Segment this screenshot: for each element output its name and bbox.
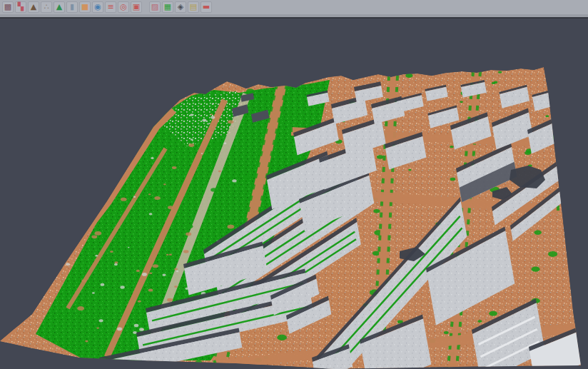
light-speck: [71, 199, 74, 201]
veg-blob: [377, 155, 383, 159]
ground-blob: [131, 147, 133, 148]
ground-blob: [153, 264, 158, 268]
veg-blob: [548, 251, 557, 257]
ground-blob: [69, 162, 71, 164]
ground-blob: [211, 113, 213, 115]
light-speck: [92, 292, 95, 294]
veg-blob: [408, 169, 411, 171]
light-speck: [201, 153, 203, 154]
light-speck: [114, 263, 118, 266]
light-speck: [133, 196, 136, 198]
ground-blob: [123, 158, 127, 161]
ground-blob: [138, 300, 141, 303]
veg-blob: [243, 176, 250, 179]
ground-blob: [136, 123, 141, 126]
globe-icon[interactable]: ◉: [92, 1, 103, 13]
light-speck: [30, 238, 33, 241]
cube-view-icon[interactable]: ▮: [66, 1, 78, 13]
veg-blob: [489, 311, 497, 316]
ground-blob: [63, 165, 69, 168]
select-region-icon[interactable]: ▩: [2, 1, 14, 13]
light-speck: [232, 179, 236, 182]
ground-blob: [95, 231, 102, 236]
veg-blob: [213, 143, 219, 146]
light-speck: [212, 103, 214, 104]
veg-blob: [277, 335, 287, 340]
ground-blob: [228, 120, 233, 123]
registration-icon[interactable]: ▚: [15, 1, 26, 13]
light-speck: [29, 100, 32, 103]
veg-blob: [293, 155, 300, 159]
ground-blob: [93, 130, 98, 133]
ground-blob: [227, 225, 234, 229]
veg-blob: [196, 360, 202, 364]
ground-blob: [167, 298, 173, 302]
ground-blob: [168, 206, 173, 209]
terrain-green-icon[interactable]: ▲: [54, 1, 65, 13]
light-speck: [119, 173, 121, 174]
ground-blob: [69, 183, 75, 186]
ground-blob: [121, 198, 127, 201]
ground-blob: [88, 192, 93, 196]
light-speck: [149, 213, 153, 215]
light-speck: [67, 242, 69, 243]
terrain-tile: [0, 67, 588, 369]
light-speck: [60, 259, 62, 261]
light-speck: [162, 273, 166, 276]
ground-blob: [136, 270, 140, 272]
raster-overlay-icon[interactable]: ▨: [149, 1, 161, 13]
layers-icon[interactable]: ≡: [105, 1, 116, 13]
street-verge: [579, 323, 582, 333]
terrain-model-icon[interactable]: ▲: [28, 1, 39, 13]
ground-blob: [154, 196, 160, 200]
ground-blob: [163, 183, 166, 185]
veg-blob: [534, 231, 542, 235]
ground-blob: [85, 340, 88, 343]
flag-grid-icon[interactable]: ▤: [188, 1, 199, 13]
ground-blob: [183, 250, 188, 253]
classification-icon[interactable]: ▦: [162, 1, 173, 13]
veg-blob: [450, 146, 454, 148]
veg-blob: [172, 95, 178, 98]
veg-blob: [545, 115, 549, 117]
delete-strip-icon[interactable]: ▬: [201, 1, 212, 13]
light-speck: [207, 123, 209, 125]
point-picking-icon[interactable]: ∴: [41, 1, 52, 13]
toolbar-wrap: ▩▚▲∴▲▮■◉≡◎▣▨▦◈▤▬: [0, 0, 588, 19]
ground-blob: [166, 254, 169, 256]
light-speck: [41, 196, 44, 197]
veg-blob: [373, 209, 380, 213]
veg-blob: [262, 96, 270, 101]
ground-blob: [59, 236, 64, 239]
settings-icon[interactable]: ◈: [175, 1, 186, 13]
veg-blob: [450, 178, 456, 181]
toolbar-separator: [0, 14, 588, 19]
light-speck: [101, 283, 105, 286]
light-speck: [60, 210, 63, 212]
ortho-image-icon[interactable]: ■: [79, 1, 91, 13]
ground-blob: [110, 251, 113, 253]
ground-blob: [81, 223, 86, 226]
ground-blob: [188, 143, 194, 147]
light-speck: [36, 111, 39, 113]
3d-viewport[interactable]: [0, 0, 588, 369]
point-cloud-scene[interactable]: [0, 0, 588, 369]
light-speck: [128, 247, 130, 248]
light-speck: [120, 285, 124, 288]
light-speck: [142, 273, 147, 276]
veg-blob: [290, 111, 293, 113]
ground-blob: [148, 193, 151, 195]
ground-blob: [51, 130, 59, 134]
veg-blob: [246, 89, 254, 93]
bounding-box-icon[interactable]: ▣: [131, 1, 142, 13]
light-speck: [136, 141, 141, 143]
ground-blob: [77, 306, 84, 310]
ground-blob: [57, 235, 61, 238]
veg-blob: [139, 86, 149, 92]
veg-blob: [186, 224, 193, 228]
ground-blob: [174, 285, 178, 288]
circle-select-icon[interactable]: ◎: [118, 1, 129, 13]
ground-blob: [148, 288, 153, 291]
light-speck: [47, 180, 52, 183]
veg-blob: [477, 320, 482, 323]
